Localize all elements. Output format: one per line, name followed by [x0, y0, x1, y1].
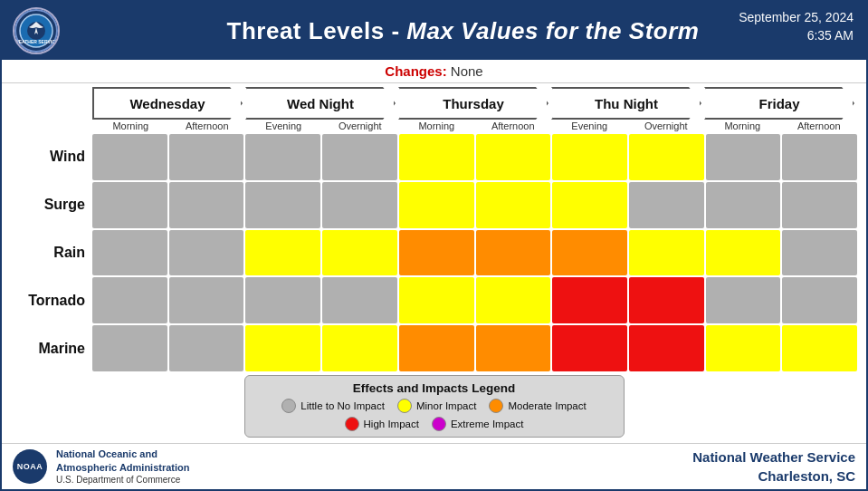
nws-logo: WEATHER SERVICE	[13, 7, 60, 54]
cell-tornado-8	[706, 277, 781, 323]
legend-swatch	[432, 417, 446, 431]
cell-wind-5	[476, 134, 551, 180]
cell-wind-1	[169, 134, 244, 180]
day-header-friday: Friday	[704, 87, 854, 120]
time-text: 6:35 AM	[807, 28, 854, 43]
cell-wind-4	[399, 134, 474, 180]
nws-logo-area: WEATHER SERVICE	[13, 7, 60, 54]
threat-label-tornado: Tornado	[11, 277, 92, 323]
cell-rain-2	[245, 230, 320, 276]
cell-surge-2	[245, 182, 320, 228]
nws-location: Charleston, SC	[692, 467, 855, 486]
cell-wind-9	[782, 134, 857, 180]
subheader-2: Evening	[245, 120, 322, 132]
cell-tornado-2	[245, 277, 320, 323]
threat-grid: WindSurgeRainTornadoMarine	[11, 134, 857, 371]
cell-tornado-4	[399, 277, 474, 323]
subheader-5: Afternoon	[475, 120, 552, 132]
changes-bar: Changes: None	[2, 60, 866, 83]
cell-marine-3	[322, 325, 397, 371]
cell-marine-5	[476, 325, 551, 371]
cell-surge-7	[629, 182, 704, 228]
cell-rain-3	[322, 230, 397, 276]
threat-row-tornado: Tornado	[11, 277, 857, 323]
subheader-6: Evening	[551, 120, 628, 132]
subheader-0: Morning	[92, 120, 169, 132]
cell-tornado-3	[322, 277, 397, 323]
cell-tornado-0	[92, 277, 167, 323]
cell-surge-9	[782, 182, 857, 228]
cell-marine-0	[92, 325, 167, 371]
legend-item: High Impact	[345, 417, 419, 431]
cell-marine-7	[629, 325, 704, 371]
subheader-3: Overnight	[322, 120, 399, 132]
changes-value: None	[451, 63, 483, 79]
threat-cells-tornado	[92, 277, 857, 323]
subheader-9: Afternoon	[781, 120, 858, 132]
threat-label-marine: Marine	[11, 325, 92, 371]
legend-item-label: Extreme Impact	[451, 419, 524, 429]
day-header-thu-night: Thu Night	[551, 87, 701, 120]
noaa-logo: NOAA	[13, 449, 47, 484]
cell-marine-6	[552, 325, 627, 371]
cell-marine-8	[706, 325, 781, 371]
threat-cells-wind	[92, 134, 857, 180]
legend-item-label: High Impact	[364, 419, 419, 429]
legend-item: Little to No Impact	[281, 399, 385, 413]
sub-headers-row: MorningAfternoonEveningOvernightMorningA…	[92, 120, 857, 132]
cell-wind-8	[706, 134, 781, 180]
legend: Effects and Impacts Legend Little to No …	[244, 375, 625, 438]
subheader-7: Overnight	[628, 120, 705, 132]
threat-cells-surge	[92, 182, 857, 228]
day-header-thursday: Thursday	[398, 87, 548, 120]
agency-line1: National Oceanic and	[56, 448, 190, 460]
legend-items: Little to No ImpactMinor ImpactModerate …	[258, 399, 611, 431]
subheader-4: Morning	[398, 120, 475, 132]
cell-rain-5	[476, 230, 551, 276]
day-headers-row: WednesdayWed NightThursdayThu NightFrida…	[92, 87, 857, 120]
cell-wind-3	[322, 134, 397, 180]
cell-marine-4	[399, 325, 474, 371]
cell-marine-2	[245, 325, 320, 371]
cell-wind-0	[92, 134, 167, 180]
footer-nws: National Weather Service Charleston, SC	[692, 448, 855, 486]
cell-marine-9	[782, 325, 857, 371]
threat-row-surge: Surge	[11, 182, 857, 228]
legend-swatch	[345, 417, 359, 431]
footer-agency-text: National Oceanic and Atmospheric Adminis…	[56, 448, 190, 486]
cell-tornado-1	[169, 277, 244, 323]
cell-rain-1	[169, 230, 244, 276]
cell-surge-1	[169, 182, 244, 228]
legend-swatch	[489, 399, 503, 413]
threat-cells-marine	[92, 325, 857, 371]
page-title: Threat Levels - Max Values for the Storm	[71, 17, 855, 45]
cell-rain-4	[399, 230, 474, 276]
main-content: WednesdayWed NightThursdayThu NightFrida…	[2, 83, 866, 443]
cell-rain-7	[629, 230, 704, 276]
cell-rain-8	[706, 230, 781, 276]
agency-line3: U.S. Department of Commerce	[56, 474, 190, 486]
title-italic: Max Values for the Storm	[406, 17, 699, 44]
legend-swatch	[397, 399, 412, 413]
legend-item: Moderate Impact	[489, 399, 586, 413]
day-header-wed-night: Wed Night	[245, 87, 396, 120]
threat-cells-rain	[92, 230, 857, 276]
legend-title: Effects and Impacts Legend	[258, 381, 611, 395]
cell-surge-8	[706, 182, 781, 228]
threat-row-rain: Rain	[11, 230, 857, 276]
svg-text:WEATHER SERVICE: WEATHER SERVICE	[14, 39, 58, 44]
threat-row-marine: Marine	[11, 325, 857, 371]
agency-line2: Atmospheric Administration	[56, 461, 190, 474]
changes-label: Changes:	[385, 63, 446, 79]
legend-item: Extreme Impact	[432, 417, 524, 431]
cell-tornado-5	[476, 277, 551, 323]
cell-surge-0	[92, 182, 167, 228]
footer: NOAA National Oceanic and Atmospheric Ad…	[2, 443, 866, 489]
date-text: September 25, 2024	[739, 10, 854, 24]
cell-surge-4	[399, 182, 474, 228]
threat-label-surge: Surge	[11, 182, 92, 228]
cell-tornado-7	[629, 277, 704, 323]
nws-name: National Weather Service	[692, 448, 855, 467]
legend-item: Minor Impact	[397, 399, 476, 413]
legend-item-label: Little to No Impact	[300, 400, 385, 411]
